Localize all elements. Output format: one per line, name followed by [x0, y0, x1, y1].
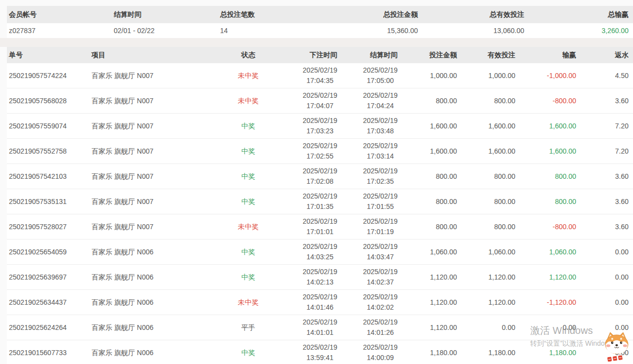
settle-time-cell: 2025/02/19 14:02:37: [341, 267, 402, 287]
table-row: 250219025654059 百家乐 旗舰厅 N006 中奖 2025/02/…: [7, 240, 633, 265]
records-body: 250219057574224 百家乐 旗舰厅 N007 未中奖 2025/02…: [7, 63, 633, 364]
status-badge: 未中奖: [223, 71, 274, 80]
project-name: 百家乐 旗舰厅 N006: [91, 273, 223, 282]
settle-date-value: 2025/02/19: [363, 267, 398, 277]
bet-time-cell: 2025/02/19 17:04:35: [274, 65, 341, 86]
valid-bet-value: 1,060.00: [461, 247, 519, 256]
bet-time-value: 17:02:08: [303, 176, 337, 187]
bet-date-value: 2025/02/19: [303, 90, 337, 101]
settle-date-value: 2025/02/19: [363, 90, 398, 101]
bet-date-value: 2025/02/19: [303, 166, 337, 176]
bet-amount-value: 1,180.00: [402, 348, 461, 357]
header-settle-time: 结算时间: [341, 50, 402, 59]
settle-date-value: 2025/02/19: [363, 116, 398, 126]
settle-time-cell: 2025/02/19 17:04:24: [341, 90, 402, 111]
bet-amount-value: 1,000.00: [402, 71, 461, 80]
project-name: 百家乐 旗舰厅 N006: [91, 323, 223, 332]
bet-time-cell: 2025/02/19 17:02:55: [274, 141, 341, 162]
status-badge: 中奖: [223, 172, 274, 181]
winloss-value: 1,600.00: [519, 121, 580, 130]
rebate-value: 3.60: [580, 222, 633, 231]
summary-header-total-valid: 总有效投注: [422, 10, 528, 19]
order-number: 250219057528027: [7, 222, 91, 231]
winloss-value: 1,120.00: [519, 273, 580, 282]
table-row: 250219057552758 百家乐 旗舰厅 N007 中奖 2025/02/…: [7, 139, 633, 164]
bet-amount-value: 800.00: [402, 96, 461, 105]
bet-time-cell: 2025/02/19 17:01:35: [274, 191, 341, 212]
rebate-value: 3.60: [580, 197, 633, 206]
bet-time-cell: 2025/02/19 17:02:08: [274, 166, 341, 187]
bet-amount-value: 800.00: [402, 172, 461, 181]
status-badge: 未中奖: [223, 298, 274, 307]
valid-bet-value: 1,600.00: [461, 121, 519, 130]
order-number: 250219057535131: [7, 197, 91, 206]
winloss-value: 1,180.00: [519, 348, 580, 357]
settle-time-value: 14:00:09: [363, 353, 398, 363]
header-status: 状态: [223, 50, 274, 59]
settle-time-cell: 2025/02/19 17:02:35: [341, 166, 402, 187]
bet-date-value: 2025/02/19: [303, 317, 337, 327]
valid-bet-value: 1,600.00: [461, 147, 519, 156]
settle-date-value: 2025/02/19: [363, 317, 398, 327]
settle-date-value: 2025/02/19: [363, 292, 398, 302]
bet-time-value: 14:01:01: [303, 327, 337, 338]
settle-time-value: 14:03:47: [363, 252, 398, 262]
bet-time-cell: 2025/02/19 17:04:07: [274, 90, 341, 111]
settle-time-cell: 2025/02/19 14:02:02: [341, 292, 402, 313]
project-name: 百家乐 旗舰厅 N006: [91, 247, 223, 256]
bet-time-value: 17:01:35: [303, 202, 337, 212]
summary-header-total-winloss: 总输赢: [528, 10, 633, 19]
bet-time-cell: 2025/02/19 17:01:01: [274, 216, 341, 237]
project-name: 百家乐 旗舰厅 N007: [91, 121, 223, 130]
summary-header-bet-count: 总投注笔数: [220, 10, 316, 19]
summary-header-total-bet: 总投注金额: [316, 10, 422, 19]
project-name: 百家乐 旗舰厅 N006: [91, 348, 223, 357]
bet-time-value: 17:04:07: [303, 101, 337, 111]
order-number: 250219057552758: [7, 147, 91, 156]
bet-time-cell: 2025/02/19 13:59:41: [274, 342, 341, 363]
project-name: 百家乐 旗舰厅 N007: [91, 222, 223, 231]
rebate-value: 0.00: [580, 247, 633, 256]
bet-time-cell: 2025/02/19 14:03:25: [274, 242, 341, 262]
valid-bet-value: 1,120.00: [461, 273, 519, 282]
status-badge: 未中奖: [223, 222, 274, 231]
rebate-value: 7.20: [580, 147, 633, 156]
order-number: 250219025639697: [7, 273, 91, 282]
rebate-value: 7.20: [580, 121, 633, 130]
project-name: 百家乐 旗舰厅 N007: [91, 147, 223, 156]
bet-amount-value: 1,120.00: [402, 298, 461, 307]
rebate-value: 3.60: [580, 96, 633, 105]
status-badge: 中奖: [223, 197, 274, 206]
valid-bet-value: 1,000.00: [461, 71, 519, 80]
table-row: 250219057574224 百家乐 旗舰厅 N007 未中奖 2025/02…: [7, 63, 633, 88]
table-row: 250219015607733 百家乐 旗舰厅 N006 中奖 2025/02/…: [7, 340, 633, 364]
records-header-row: 单号 项目 状态 下注时间 结算时间 投注金额 有效投注 输赢 返水: [7, 47, 633, 63]
table-row: 250219025639697 百家乐 旗舰厅 N006 中奖 2025/02/…: [7, 265, 633, 290]
project-name: 百家乐 旗舰厅 N006: [91, 298, 223, 307]
order-number: 250219057574224: [7, 71, 91, 80]
table-row: 250219025624264 百家乐 旗舰厅 N006 平手 2025/02/…: [7, 315, 633, 340]
bet-time-value: 17:04:35: [303, 76, 337, 86]
order-number: 250219025624264: [7, 323, 91, 332]
winloss-value: 800.00: [519, 197, 580, 206]
records-table: 单号 项目 状态 下注时间 结算时间 投注金额 有效投注 输赢 返水 25021…: [7, 47, 633, 364]
settle-time-value: 17:03:48: [363, 126, 398, 136]
valid-bet-value: 800.00: [461, 96, 519, 105]
bet-date-value: 2025/02/19: [303, 342, 337, 353]
settle-date-value: 2025/02/19: [363, 65, 398, 76]
mascot-red-text: [607, 355, 623, 362]
bet-amount-value: 1,120.00: [402, 323, 461, 332]
settle-time-value: 17:02:35: [363, 176, 398, 187]
shiba-dog-icon: [602, 331, 631, 364]
summary-total-bet-value: 15,360.00: [316, 26, 422, 35]
table-row: 250219057542103 百家乐 旗舰厅 N007 中奖 2025/02/…: [7, 164, 633, 189]
table-row: 250219057535131 百家乐 旗舰厅 N007 中奖 2025/02/…: [7, 189, 633, 214]
mascot-shiba-badge[interactable]: [602, 331, 631, 364]
bet-date-value: 2025/02/19: [303, 267, 337, 277]
bet-amount-value: 1,600.00: [402, 121, 461, 130]
bet-time-cell: 2025/02/19 14:02:13: [274, 267, 341, 287]
settle-time-cell: 2025/02/19 14:01:26: [341, 317, 402, 338]
summary-data-row: z027837 02/01 - 02/22 14 15,360.00 13,06…: [7, 23, 633, 38]
settle-time-value: 17:03:14: [363, 151, 398, 162]
rebate-value: 0.00: [580, 273, 633, 282]
